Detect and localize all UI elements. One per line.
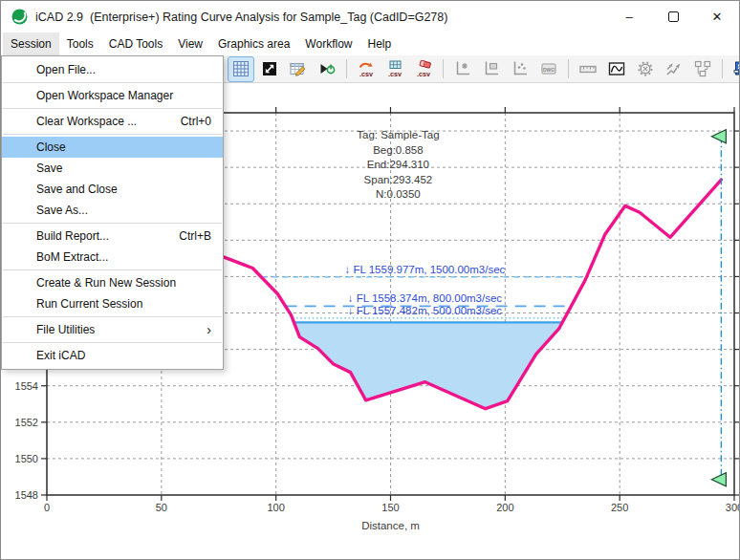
menu-item-clear-workspace[interactable]: Clear Workspace ...Ctrl+0 [2, 111, 223, 132]
svg-text:1548: 1548 [15, 489, 38, 501]
svg-text:300: 300 [726, 502, 740, 513]
menu-item-bom-extract[interactable]: BoM Extract... [2, 247, 223, 268]
csv-eraser-icon: .csv [415, 60, 432, 77]
section-marker-triangle-top[interactable] [711, 130, 726, 143]
csv-table-button[interactable]: .csv [381, 56, 408, 82]
svg-text:Tag: Sample-Tag: Tag: Sample-Tag [357, 129, 439, 140]
menu-session[interactable]: Session [3, 32, 59, 55]
toolbar-separator [568, 59, 569, 78]
ruler-icon [579, 60, 597, 77]
svg-text:End:294.310: End:294.310 [367, 159, 429, 170]
svg-text:Span:293.452: Span:293.452 [364, 174, 433, 185]
minimize-button[interactable]: – [607, 1, 651, 32]
gear-target-icon [637, 60, 654, 77]
svg-text:.csv: .csv [388, 70, 402, 78]
csv-table-icon: .csv [386, 60, 403, 77]
menu-graphics-area[interactable]: Graphics area [210, 32, 297, 55]
svg-text:1554: 1554 [15, 380, 38, 392]
svg-text:250: 250 [611, 502, 628, 513]
svg-text:.csv: .csv [417, 70, 430, 78]
section-marker-triangle-bottom[interactable] [711, 473, 726, 486]
plot-points-button[interactable] [507, 56, 533, 82]
dwg-export-icon: DWG [540, 60, 557, 77]
menu-item-close[interactable]: Close [2, 137, 223, 158]
toolbar-separator [443, 59, 444, 78]
spark-button[interactable] [661, 56, 687, 82]
menu-separator [3, 269, 222, 270]
menu-item-run-current-session[interactable]: Run Current Session [2, 293, 223, 314]
svg-text:150: 150 [381, 502, 399, 513]
axes-box-icon [483, 60, 500, 77]
table-edit-icon [290, 60, 307, 77]
curve-window-button[interactable] [603, 56, 630, 82]
menu-separator [3, 134, 222, 135]
toolbar-separator [722, 59, 723, 78]
maximize-icon [668, 11, 679, 22]
svg-text:1552: 1552 [15, 417, 38, 428]
app-window: iCAD 2.9 (Enterprise+) Rating Curve Anal… [0, 0, 740, 560]
axes-points-icon [511, 60, 529, 77]
menu-separator [3, 316, 222, 317]
edit-table-button[interactable] [285, 56, 312, 82]
flood-level-label-2: ↓ FL 1557.482m, 500.00m3/sec [348, 305, 503, 316]
run-button[interactable] [314, 56, 340, 82]
close-button[interactable]: ✕ [695, 1, 739, 32]
flowchart-button[interactable] [689, 56, 716, 82]
menu-bar: Session Tools CAD Tools View Graphics ar… [1, 32, 739, 55]
menu-item-save[interactable]: Save [2, 158, 223, 179]
menu-separator [3, 342, 222, 343]
app-logo-icon [11, 9, 28, 25]
svg-text:50: 50 [156, 502, 167, 513]
window-title: iCAD 2.9 (Enterprise+) Rating Curve Anal… [35, 11, 447, 24]
csv-clear-button[interactable]: .csv [410, 56, 437, 82]
menu-item-create-run-new-session[interactable]: Create & Run New Session [2, 272, 223, 293]
play-power-icon [318, 60, 336, 77]
plot-box-button[interactable] [478, 56, 505, 82]
csv-arrow-icon: .csv [358, 60, 375, 77]
session-dropdown-menu: Open File... Open Workspace Manager Clea… [1, 55, 224, 370]
section-annotation: Tag: Sample-TagBeg:0.858End:294.310Span:… [357, 129, 439, 200]
axes-star-icon [454, 60, 471, 77]
submenu-arrow-icon: › [207, 323, 211, 336]
menu-view[interactable]: View [170, 32, 210, 55]
svg-text:1550: 1550 [15, 453, 38, 464]
maximize-button[interactable] [651, 1, 695, 32]
plot-star-button[interactable] [449, 56, 476, 82]
menu-separator [3, 82, 222, 83]
title-bar: iCAD 2.9 (Enterprise+) Rating Curve Anal… [1, 1, 739, 32]
toolbar-separator [346, 59, 347, 78]
flowchart-icon [694, 60, 711, 77]
menu-cad-tools[interactable]: CAD Tools [101, 32, 170, 55]
svg-text:200: 200 [496, 502, 513, 513]
panel-button[interactable] [729, 56, 740, 82]
grid-icon [232, 60, 250, 77]
menu-item-save-and-close[interactable]: Save and Close [2, 179, 223, 200]
svg-text:N:0.0350: N:0.0350 [376, 188, 421, 200]
menu-item-file-utilities[interactable]: File Utilities› [2, 319, 223, 340]
target-gear-button[interactable] [632, 56, 659, 82]
menu-item-exit-icad[interactable]: Exit iCAD [2, 345, 223, 366]
svg-text:Beg:0.858: Beg:0.858 [373, 144, 423, 156]
menu-separator [3, 108, 222, 109]
grid-toggle-button[interactable] [228, 56, 254, 82]
fit-view-button[interactable] [256, 56, 283, 82]
menu-workflow[interactable]: Workflow [297, 32, 359, 55]
expand-arrows-icon [261, 60, 278, 77]
flood-level-label-0: ↓ FL 1559.977m, 1500.00m3/sec [345, 264, 506, 275]
menu-item-build-report[interactable]: Build Report...Ctrl+B [2, 226, 223, 247]
svg-text:0: 0 [44, 502, 50, 513]
menu-item-open-workspace-manager[interactable]: Open Workspace Manager [2, 85, 223, 106]
x-axis-label: Distance, m [361, 520, 420, 531]
menu-item-open-file[interactable]: Open File... [2, 59, 223, 80]
dwg-export-button[interactable]: DWG [535, 56, 562, 82]
shortcut-label: Ctrl+0 [181, 115, 211, 128]
svg-text:DWG: DWG [543, 67, 555, 73]
menu-help[interactable]: Help [359, 32, 399, 55]
menu-item-save-as[interactable]: Save As... [2, 200, 223, 221]
csv-import-button[interactable]: .csv [353, 56, 380, 82]
zigzag-icon [665, 60, 683, 77]
menu-tools[interactable]: Tools [59, 32, 101, 55]
flood-level-label-1: ↓ FL 1558.374m, 800.00m3/sec [348, 292, 503, 304]
measure-button[interactable] [575, 56, 601, 82]
panel-icon [733, 60, 740, 77]
